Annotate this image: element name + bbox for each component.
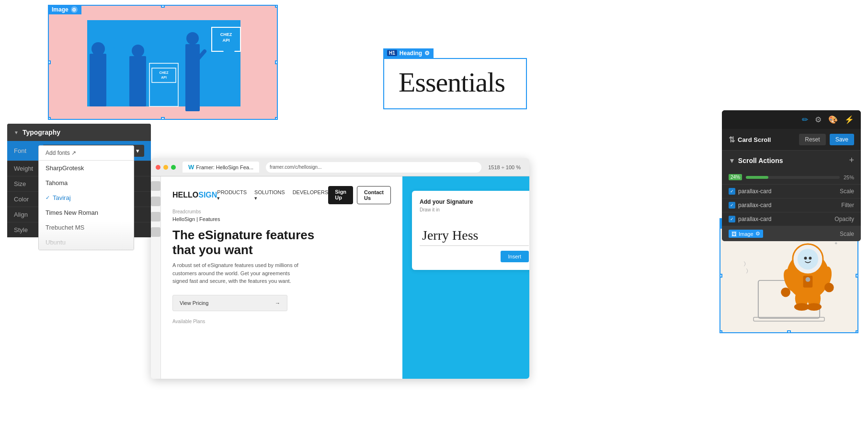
scroll-action-row-2: ✓ parallax-card Filter	[722, 198, 861, 212]
browser-left-sidebar	[151, 176, 161, 379]
browser-minimize-dot[interactable]	[163, 165, 168, 170]
svg-point-36	[824, 283, 834, 292]
browser-close-dot[interactable]	[156, 165, 160, 170]
svg-point-12	[113, 37, 125, 50]
font-name-sharpgrotesk: SharpGrotesk	[46, 164, 84, 172]
progress-num: 25%	[844, 175, 854, 180]
checkbox-3[interactable]: ✓	[729, 216, 735, 222]
svg-point-16	[186, 32, 199, 45]
lightning-icon[interactable]: ⚡	[845, 115, 854, 124]
svg-rect-11	[110, 49, 127, 106]
font-list-container: Add fonts ↗ SharpGrotesk Tahoma ✓ Tavira…	[38, 145, 134, 250]
font-list-item[interactable]: Times New Roman	[39, 205, 134, 220]
svg-point-32	[809, 257, 811, 260]
browser-address-bar[interactable]: framer.com/c/hellosign...	[266, 162, 481, 173]
font-name-ubuntu: Ubuntu	[46, 239, 66, 246]
heading-block: H1 Heading ⚙ Essentials	[383, 48, 527, 109]
svg-point-30	[798, 249, 818, 269]
parallax-label-3: parallax-card	[738, 216, 771, 222]
checkbox-2[interactable]: ✓	[729, 202, 735, 209]
signup-button[interactable]: Sign Up	[328, 186, 353, 204]
collapse-arrow[interactable]: ▼	[14, 130, 19, 135]
reset-button[interactable]: Reset	[799, 134, 825, 145]
image-label-bar[interactable]: Image ⚙	[48, 5, 81, 14]
action-type-3: Opacity	[834, 216, 854, 222]
svg-text:CHEZ: CHEZ	[159, 71, 169, 74]
image-action-type: Scale	[840, 231, 854, 237]
scroll-action-left: ✓ parallax-card	[729, 216, 771, 222]
nav-products[interactable]: PRODUCTS ▾	[217, 189, 247, 201]
scroll-action-row-3: ✓ parallax-card Opacity	[722, 212, 861, 226]
nav-solutions[interactable]: SOLUTIONS ▾	[254, 189, 285, 201]
svg-point-14	[132, 45, 144, 57]
font-list-item-taviraj[interactable]: ✓ Taviraj	[39, 190, 134, 205]
image-label-text: Image	[739, 231, 754, 237]
browser-tab[interactable]: W Framer: HelloSign Fea...	[183, 162, 259, 173]
webflow-icon: W	[188, 163, 194, 171]
astro-corner-lm[interactable]	[720, 274, 722, 278]
scroll-actions-title: ▼ Scroll Actions	[729, 157, 783, 164]
font-list-item[interactable]: SharpGrotesk	[39, 161, 134, 175]
corner-handle-lm[interactable]	[48, 60, 51, 64]
nav-buttons: Sign Up Contact Us	[328, 186, 391, 204]
corner-handle-bm[interactable]	[161, 117, 165, 120]
contact-button[interactable]: Contact Us	[357, 186, 391, 204]
parallax-label-1: parallax-card	[738, 188, 771, 195]
heading-gear-icon[interactable]: ⚙	[424, 50, 430, 57]
save-button[interactable]: Save	[830, 134, 854, 145]
astro-corner-rm[interactable]	[856, 274, 858, 278]
scroll-arrows-icon: ⇅	[729, 135, 735, 144]
settings-icon[interactable]: ⚙	[815, 115, 822, 124]
svg-text:CHEZ: CHEZ	[220, 32, 232, 37]
brush-icon[interactable]: ✏	[802, 115, 808, 124]
signature-panel: Add your Signature Draw it in Jerry Hess…	[402, 176, 529, 379]
page-title: HelloSign | Features	[172, 216, 391, 222]
nav-developers[interactable]: DEVELOPERS	[293, 189, 329, 201]
browser-fullscreen-dot[interactable]	[171, 165, 176, 170]
image-gear-icon[interactable]: ⚙	[755, 231, 760, 237]
astro-corner-bm[interactable]	[787, 330, 791, 333]
action-buttons: Reset Save	[799, 134, 854, 145]
heading-text: Essentials	[399, 69, 512, 96]
svg-rect-9	[90, 54, 106, 106]
scroll-actions-text: Scroll Actions	[738, 157, 783, 164]
progress-pct-badge: 24%	[729, 174, 742, 180]
signature-line[interactable]: Jerry Hess	[420, 217, 529, 246]
checkbox-1[interactable]: ✓	[729, 188, 735, 195]
font-list-item[interactable]: Ubuntu	[39, 235, 134, 250]
add-scroll-action-button[interactable]: +	[849, 155, 854, 165]
palette-icon[interactable]: 🎨	[828, 115, 838, 124]
scroll-action-left: ✓ parallax-card	[729, 188, 771, 195]
sidebar-icon	[151, 212, 160, 222]
logo-sign: SIGN	[198, 191, 217, 199]
astro-corner-bl[interactable]	[720, 330, 722, 333]
hero-sub: A robust set of eSignature features used…	[172, 261, 307, 285]
collapse-scroll-arrow[interactable]: ▼	[729, 157, 735, 164]
action-type-1: Scale	[840, 188, 854, 195]
corner-handle-bl[interactable]	[48, 117, 51, 120]
svg-rect-15	[185, 44, 200, 111]
font-list-item[interactable]: Trebuchet MS	[39, 220, 134, 235]
sig-insert-button[interactable]: Insert	[501, 251, 529, 262]
arrow-right-icon: →	[275, 300, 280, 306]
scroll-actions-header: ▼ Scroll Actions +	[722, 150, 861, 170]
view-pricing-button[interactable]: View Pricing →	[172, 295, 287, 311]
add-fonts-item[interactable]: Add fonts ↗	[39, 146, 134, 161]
corner-handle-br[interactable]	[275, 117, 278, 120]
hellosign-main-content: HELLOSIGN PRODUCTS ▾ SOLUTIONS ▾ DEVELOP…	[161, 176, 402, 379]
view-pricing-label: View Pricing	[180, 300, 208, 306]
corner-handle-tr[interactable]	[275, 5, 278, 8]
image-tag: Image	[52, 6, 69, 13]
card-scroll-text: Card Scroll	[738, 136, 771, 143]
corner-handle-tm[interactable]	[161, 5, 165, 8]
scroll-action-left: 🖼 Image ⚙	[729, 230, 763, 238]
svg-point-19	[223, 42, 235, 55]
sidebar-icon	[151, 227, 160, 237]
astro-corner-br[interactable]	[856, 330, 858, 333]
font-list-item[interactable]: Tahoma	[39, 175, 134, 190]
heading-label-bar[interactable]: H1 Heading ⚙	[383, 48, 434, 58]
svg-point-35	[781, 288, 790, 297]
gear-icon[interactable]: ⚙	[71, 6, 78, 13]
corner-handle-rm[interactable]	[275, 60, 278, 64]
scroll-panel-header: ✏ ⚙ 🎨 ⚡	[722, 110, 861, 129]
